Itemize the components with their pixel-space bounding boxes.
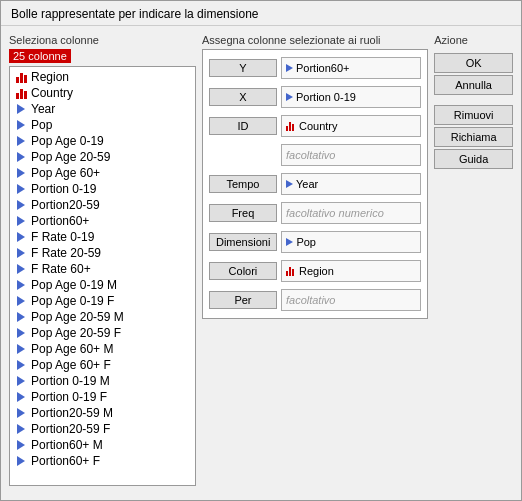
main-window: Bolle rappresentate per indicare la dime… bbox=[0, 0, 522, 501]
triangle-icon bbox=[286, 180, 293, 188]
guida-button[interactable]: Guida bbox=[434, 149, 513, 169]
triangle-icon bbox=[14, 166, 28, 180]
button-spacer bbox=[434, 97, 513, 105]
list-item[interactable]: Pop Age 20-59 F bbox=[12, 325, 193, 341]
triangle-icon bbox=[14, 294, 28, 308]
role-row: Freqfacoltativo numerico bbox=[209, 201, 421, 225]
richiama-button[interactable]: Richiama bbox=[434, 127, 513, 147]
role-button-colori[interactable]: Colori bbox=[209, 262, 277, 280]
column-name: Pop Age 20-59 F bbox=[31, 326, 121, 340]
role-value: Region bbox=[281, 260, 421, 282]
role-button-tempo[interactable]: Tempo bbox=[209, 175, 277, 193]
list-item[interactable]: Pop Age 60+ M bbox=[12, 341, 193, 357]
column-name: Portion60+ bbox=[31, 214, 89, 228]
role-value: Country bbox=[281, 115, 421, 137]
list-item[interactable]: Portion20-59 M bbox=[12, 405, 193, 421]
role-row: DimensioniPop bbox=[209, 230, 421, 254]
triangle-icon bbox=[14, 134, 28, 148]
right-panel-label: Azione bbox=[434, 34, 513, 46]
role-row: YPortion60+ bbox=[209, 56, 421, 80]
list-item[interactable]: Portion 0-19 M bbox=[12, 373, 193, 389]
triangle-icon bbox=[14, 358, 28, 372]
list-item[interactable]: Pop Age 20-59 M bbox=[12, 309, 193, 325]
triangle-icon bbox=[14, 422, 28, 436]
column-name: Pop Age 60+ F bbox=[31, 358, 111, 372]
column-name: Pop Age 0-19 M bbox=[31, 278, 117, 292]
list-item[interactable]: Country bbox=[12, 85, 193, 101]
annulla-button[interactable]: Annulla bbox=[434, 75, 513, 95]
column-name: Pop Age 20-59 M bbox=[31, 310, 124, 324]
triangle-icon bbox=[286, 93, 293, 101]
role-button-per[interactable]: Per bbox=[209, 291, 277, 309]
role-button-freq[interactable]: Freq bbox=[209, 204, 277, 222]
ok-button[interactable]: OK bbox=[434, 53, 513, 73]
middle-panel-label: Assegna colonne selezionate ai ruoli bbox=[202, 34, 428, 46]
role-value: Portion 0-19 bbox=[281, 86, 421, 108]
role-value: Portion60+ bbox=[281, 57, 421, 79]
list-item[interactable]: Pop bbox=[12, 117, 193, 133]
column-name: Pop Age 0-19 F bbox=[31, 294, 114, 308]
list-item[interactable]: Portion60+ bbox=[12, 213, 193, 229]
triangle-icon bbox=[14, 246, 28, 260]
list-item[interactable]: F Rate 20-59 bbox=[12, 245, 193, 261]
triangle-icon bbox=[14, 150, 28, 164]
column-name: Pop Age 0-19 bbox=[31, 134, 104, 148]
column-name: F Rate 60+ bbox=[31, 262, 91, 276]
list-item[interactable]: Portion20-59 bbox=[12, 197, 193, 213]
triangle-icon bbox=[14, 390, 28, 404]
column-name: F Rate 20-59 bbox=[31, 246, 101, 260]
role-value: Year bbox=[281, 173, 421, 195]
column-name: Pop Age 20-59 bbox=[31, 150, 110, 164]
triangle-icon bbox=[286, 238, 293, 246]
column-name: Portion 0-19 F bbox=[31, 390, 107, 404]
title-bar: Bolle rappresentate per indicare la dime… bbox=[1, 1, 521, 26]
list-item[interactable]: Pop Age 0-19 F bbox=[12, 293, 193, 309]
bar-chart-icon bbox=[286, 121, 296, 131]
list-item[interactable]: Year bbox=[12, 101, 193, 117]
role-button-id[interactable]: ID bbox=[209, 117, 277, 135]
list-item[interactable]: Pop Age 0-19 bbox=[12, 133, 193, 149]
role-button-y[interactable]: Y bbox=[209, 59, 277, 77]
list-item[interactable]: Portion60+ M bbox=[12, 437, 193, 453]
list-item[interactable]: Pop Age 20-59 bbox=[12, 149, 193, 165]
list-item[interactable]: Pop Age 60+ bbox=[12, 165, 193, 181]
list-item[interactable]: Portion 0-19 F bbox=[12, 389, 193, 405]
triangle-icon bbox=[14, 342, 28, 356]
role-row: IDCountry bbox=[209, 114, 421, 138]
column-name: Pop bbox=[31, 118, 52, 132]
list-item[interactable]: Region bbox=[12, 69, 193, 85]
role-value: facoltativo bbox=[281, 144, 421, 166]
column-name: Portion60+ M bbox=[31, 438, 103, 452]
content-area: Seleziona colonne 25 colonne RegionCount… bbox=[1, 26, 521, 494]
window-title: Bolle rappresentate per indicare la dime… bbox=[11, 7, 258, 21]
right-panel: Azione OKAnnullaRimuoviRichiamaGuida bbox=[434, 34, 513, 486]
action-buttons: OKAnnullaRimuoviRichiamaGuida bbox=[434, 53, 513, 171]
bar-chart-icon bbox=[14, 86, 28, 100]
triangle-icon bbox=[14, 182, 28, 196]
column-name: Year bbox=[31, 102, 55, 116]
triangle-icon bbox=[14, 118, 28, 132]
column-name: Pop Age 60+ M bbox=[31, 342, 113, 356]
triangle-icon bbox=[14, 310, 28, 324]
column-name: Portion60+ F bbox=[31, 454, 100, 468]
role-row: ColoriRegion bbox=[209, 259, 421, 283]
triangle-icon bbox=[14, 374, 28, 388]
role-button-x[interactable]: X bbox=[209, 88, 277, 106]
list-item[interactable]: Pop Age 0-19 M bbox=[12, 277, 193, 293]
list-item[interactable]: F Rate 0-19 bbox=[12, 229, 193, 245]
column-name: Portion 0-19 M bbox=[31, 374, 110, 388]
column-name: Pop Age 60+ bbox=[31, 166, 100, 180]
roles-box: YPortion60+XPortion 0-19IDCountryfacolta… bbox=[202, 49, 428, 319]
list-item[interactable]: Portion20-59 F bbox=[12, 421, 193, 437]
column-count: 25 colonne bbox=[9, 49, 71, 63]
role-value: facoltativo numerico bbox=[281, 202, 421, 224]
left-panel: Seleziona colonne 25 colonne RegionCount… bbox=[9, 34, 196, 486]
list-item[interactable]: Pop Age 60+ F bbox=[12, 357, 193, 373]
role-button-dimensioni[interactable]: Dimensioni bbox=[209, 233, 277, 251]
column-name: Portion20-59 M bbox=[31, 406, 113, 420]
list-item[interactable]: F Rate 60+ bbox=[12, 261, 193, 277]
list-item[interactable]: Portion60+ F bbox=[12, 453, 193, 469]
list-item[interactable]: Portion 0-19 bbox=[12, 181, 193, 197]
rimuovi-button[interactable]: Rimuovi bbox=[434, 105, 513, 125]
role-row: Perfacoltativo bbox=[209, 288, 421, 312]
